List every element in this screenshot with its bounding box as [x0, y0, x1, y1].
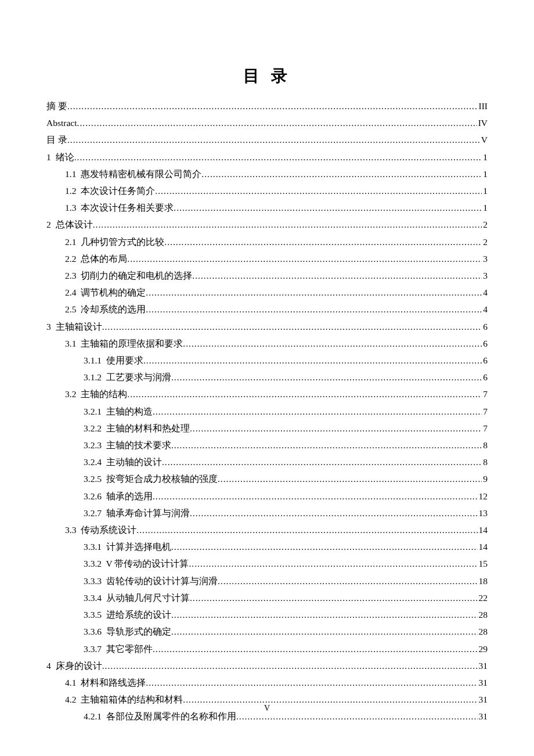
toc-leader-dots	[192, 267, 482, 284]
toc-entry-label: 3.2.1 主轴的构造	[84, 403, 153, 420]
toc-entry: 3 主轴箱设计 6	[46, 318, 488, 335]
toc-leader-dots	[74, 149, 482, 165]
toc-entry: 3.2.6 轴承的选用 12	[46, 488, 488, 505]
toc-entry-label: 1.1 惠发特精密机械有限公司简介	[65, 165, 201, 182]
toc-entry-page: 18	[478, 573, 488, 589]
toc-entry-text: 调节机构的确定	[81, 287, 146, 297]
toc-entry-page: 3	[482, 250, 488, 267]
toc-entry-label: 3.3.5 进给系统的设计	[84, 606, 171, 623]
toc-entry: 3.1.1 使用要求 6	[46, 352, 488, 369]
toc-leader-dots	[127, 386, 482, 402]
toc-entry: 目 录 V	[46, 131, 488, 148]
toc-entry-text: 轴承的选用	[106, 491, 153, 501]
toc-leader-dots	[171, 623, 478, 640]
toc-entry-text: 主轴的材料和热处理	[106, 423, 190, 433]
toc-leader-dots	[189, 555, 477, 572]
toc-entry-text: 总体设计	[56, 219, 93, 229]
toc-entry-page: 15	[478, 555, 488, 572]
toc-entry-label: Abstract	[46, 114, 77, 131]
toc-entry-label: 4 床身的设计	[46, 657, 102, 674]
toc-entry-number: 4.2	[65, 694, 76, 704]
toc-leader-dots	[146, 301, 482, 318]
toc-entry-text: 床身的设计	[56, 661, 102, 671]
toc-entry-page: 6	[482, 335, 488, 352]
toc-entry-number: 3.2.3	[84, 440, 102, 450]
toc-entry-text: 主轴的构造	[106, 406, 153, 416]
toc-entry-label: 1.3 本次设计任务相关要求	[65, 199, 174, 216]
toc-entry-text: 从动轴几何尺寸计算	[106, 593, 190, 603]
toc-leader-dots	[171, 437, 482, 453]
toc-entry-number: 1.2	[65, 186, 76, 196]
toc-entry-text: 主轴的技术要求	[106, 440, 171, 450]
toc-entry-text: 主动轴的设计	[106, 457, 162, 467]
toc-entry: 2.2 总体的布局 3	[46, 250, 488, 267]
toc-entry-page: 6	[482, 352, 488, 369]
toc-entry: 3.3.5 进给系统的设计 28	[46, 606, 488, 623]
toc-entry-page: 2	[482, 216, 488, 233]
toc-entry: 1.2 本次设计任务简介 1	[46, 182, 488, 199]
toc-entry-number: 3.2.4	[84, 457, 102, 467]
toc-entry-number: 3.3.5	[84, 610, 102, 620]
toc-entry-number: 2.1	[65, 237, 76, 247]
toc-entry-label: 3.3 传动系统设计	[65, 521, 136, 538]
toc-entry-label: 3.3.2 V 带传动的设计计算	[84, 555, 189, 572]
toc-leader-dots	[171, 369, 482, 386]
toc-entry-number: 2.2	[65, 254, 76, 264]
toc-entry-page: V	[480, 131, 488, 148]
toc-entry-number: 3.1.1	[84, 355, 102, 365]
toc-entry-page: 28	[478, 623, 488, 640]
toc-entry-number: 3.3.2	[84, 559, 102, 568]
toc-entry-number: 3.2	[65, 389, 76, 399]
toc-entry-text: 按弯矩合成力校核轴的强度	[106, 474, 218, 484]
toc-leader-dots	[171, 606, 478, 623]
toc-entry-page: 29	[478, 640, 488, 657]
toc-entry-text: 主轴的结构	[81, 389, 127, 399]
toc-leader-dots	[183, 335, 482, 352]
toc-entry-number: 3.3	[65, 525, 76, 535]
toc-entry-number: 2.3	[65, 271, 76, 280]
toc-entry-label: 3 主轴箱设计	[46, 318, 102, 335]
toc-leader-dots	[201, 165, 482, 182]
toc-entry-text: 传动系统设计	[81, 525, 136, 535]
toc-entry-label: 3.2.7 轴承寿命计算与润滑	[84, 505, 190, 521]
page-number-footer: V	[0, 704, 534, 713]
toc-entry: 2.3 切削力的确定和电机的选择 3	[46, 267, 488, 284]
page-title: 目 录	[46, 0, 488, 98]
toc-entry-page: 2	[482, 233, 488, 250]
toc-entry-number: 3.3.7	[84, 644, 102, 654]
toc-entry-page: 1	[482, 165, 488, 182]
toc-entry: 1.1 惠发特精密机械有限公司简介 1	[46, 165, 488, 182]
toc-entry-page: 9	[482, 470, 488, 487]
toc-leader-dots	[67, 98, 478, 114]
toc-entry-text: 材料和路线选择	[81, 678, 146, 687]
toc-entry-number: 1.3	[65, 203, 76, 213]
toc-entry-text: 进给系统的设计	[106, 610, 171, 620]
toc-leader-dots	[93, 216, 482, 233]
toc-entry-number: 2.5	[65, 304, 76, 314]
toc-leader-dots	[143, 352, 482, 369]
toc-entry: 1.3 本次设计任务相关要求 1	[46, 199, 488, 216]
toc-entry-text: 主轴箱的原理依据和要求	[81, 339, 183, 348]
toc-entry-number: 3.3.6	[84, 627, 102, 636]
toc-leader-dots	[155, 182, 482, 199]
toc-entry-text: 绪论	[56, 152, 74, 162]
toc-entry-text: 主轴箱设计	[56, 322, 102, 332]
toc-entry-number: 1	[46, 152, 51, 162]
toc-entry-label: 2.5 冷却系统的选用	[65, 301, 146, 318]
toc-entry-text: 主轴箱箱体的结构和材料	[81, 694, 183, 704]
toc-entry-label: 1.2 本次设计任务简介	[65, 182, 155, 199]
toc-leader-dots	[218, 470, 482, 487]
toc-entry: 3.2 主轴的结构 7	[46, 386, 488, 402]
toc-entry-text: 目 录	[46, 135, 67, 145]
toc-entry-page: 8	[482, 453, 488, 470]
toc-entry-label: 3.1 主轴箱的原理依据和要求	[65, 335, 183, 352]
toc-entry-label: 3.3.7 其它零部件	[84, 640, 153, 657]
toc-entry-number: 2	[46, 219, 51, 229]
toc-leader-dots	[164, 233, 482, 250]
toc-entry-text: 使用要求	[106, 355, 143, 365]
toc-entry-text: 冷却系统的选用	[81, 304, 146, 314]
toc-entry-number: 3.2.2	[84, 423, 102, 433]
toc-entry-page: 6	[482, 369, 488, 386]
toc-entry-number: 2.4	[65, 287, 76, 297]
toc-entry: 3.3.2 V 带传动的设计计算 15	[46, 555, 488, 572]
